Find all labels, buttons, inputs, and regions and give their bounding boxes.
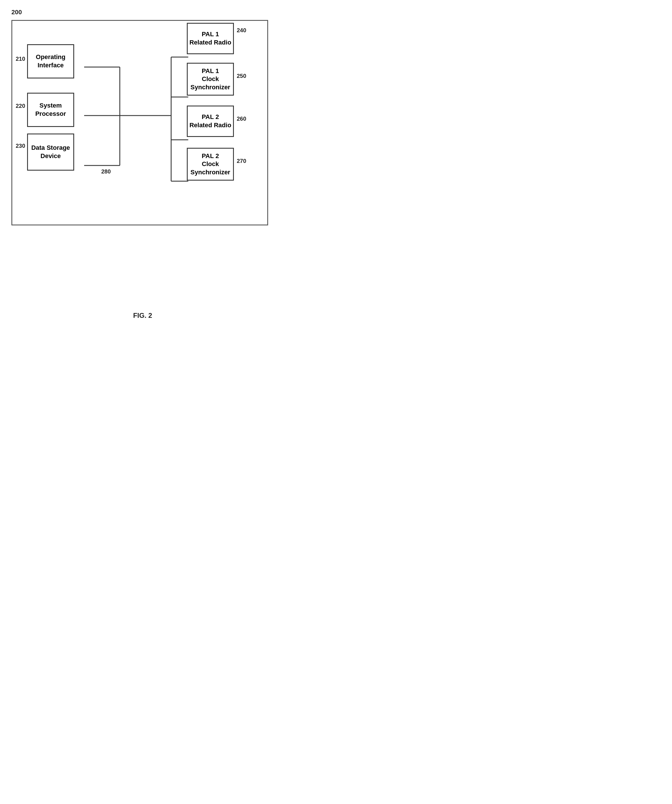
ref-260: 260 bbox=[237, 116, 246, 122]
ref-230: 230 bbox=[16, 143, 25, 149]
box-system-processor: SystemProcessor bbox=[27, 93, 74, 127]
box-data-storage: Data StorageDevice bbox=[27, 134, 74, 171]
figure-label: 200 bbox=[11, 8, 22, 16]
pal2-radio-label: PAL 2Related Radio bbox=[189, 113, 231, 129]
system-processor-label: SystemProcessor bbox=[35, 101, 66, 118]
pal1-radio-label: PAL 1Related Radio bbox=[189, 30, 231, 46]
ref-210: 210 bbox=[16, 56, 25, 62]
box-pal1-clock: PAL 1ClockSynchronizer bbox=[187, 63, 234, 96]
data-storage-label: Data StorageDevice bbox=[31, 144, 70, 160]
box-pal2-radio: PAL 2Related Radio bbox=[187, 106, 234, 137]
box-operating-interface: OperatingInterface bbox=[27, 44, 74, 78]
ref-280: 280 bbox=[101, 168, 111, 175]
pal2-clock-label: PAL 2ClockSynchronizer bbox=[191, 152, 230, 176]
box-pal2-clock: PAL 2ClockSynchronizer bbox=[187, 148, 234, 181]
operating-interface-label: OperatingInterface bbox=[36, 53, 65, 69]
box-pal1-radio: PAL 1Related Radio bbox=[187, 23, 234, 54]
ref-270: 270 bbox=[237, 158, 246, 164]
ref-220: 220 bbox=[16, 103, 25, 109]
page: 200 210 OperatingInterface bbox=[0, 0, 285, 342]
ref-250: 250 bbox=[237, 73, 246, 79]
figure-caption: FIG. 2 bbox=[133, 312, 152, 320]
ref-240: 240 bbox=[237, 27, 246, 34]
pal1-clock-label: PAL 1ClockSynchronizer bbox=[191, 67, 230, 92]
